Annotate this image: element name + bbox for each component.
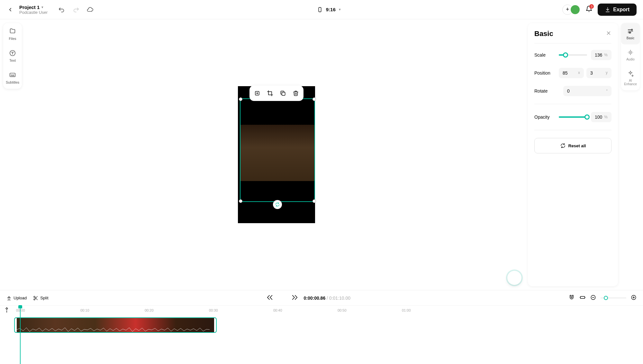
opacity-slider[interactable]: [559, 116, 587, 118]
chevron-down-icon[interactable]: ▾: [339, 7, 341, 12]
svg-rect-10: [580, 296, 584, 298]
panel-title: Basic: [534, 30, 553, 38]
scale-slider[interactable]: [559, 54, 587, 56]
waveform: [17, 327, 210, 332]
resize-handle-br[interactable]: [312, 199, 316, 203]
resize-handle-bl[interactable]: [239, 199, 242, 203]
timeline-ruler[interactable]: 00:00 00:10 00:20 00:30 00:40 00:50 01:0…: [0, 306, 643, 315]
play-button[interactable]: [278, 294, 286, 303]
fit-timeline-button[interactable]: [579, 294, 586, 302]
svg-rect-0: [319, 7, 321, 12]
aspect-icon: [317, 6, 323, 13]
svg-rect-5: [282, 92, 285, 96]
project-title: Project 1: [19, 5, 40, 10]
audio-tool[interactable]: Audio: [621, 44, 640, 66]
user-avatar[interactable]: [570, 5, 580, 15]
position-label: Position: [534, 70, 555, 76]
reset-all-button[interactable]: Reset all: [534, 138, 611, 153]
forward-button[interactable]: [291, 294, 298, 302]
text-tab[interactable]: Text: [3, 45, 22, 67]
scale-label: Scale: [534, 52, 555, 58]
cloud-button[interactable]: [85, 5, 95, 15]
svg-rect-3: [255, 91, 259, 95]
ai-fab-button[interactable]: [507, 271, 521, 285]
clip-handle-right[interactable]: [214, 318, 216, 332]
selection-frame[interactable]: [240, 98, 315, 202]
zoom-in-button[interactable]: [631, 295, 637, 302]
opacity-value[interactable]: 100%: [591, 112, 611, 122]
duplicate-button[interactable]: [277, 87, 289, 99]
export-button[interactable]: Export: [598, 4, 637, 16]
video-canvas[interactable]: [238, 86, 315, 223]
rotate-handle[interactable]: [273, 200, 282, 209]
split-button[interactable]: Split: [33, 296, 48, 301]
keyframe-button[interactable]: [4, 307, 10, 314]
subtitles-tab[interactable]: Subtitles: [3, 67, 22, 89]
undo-button[interactable]: [57, 5, 67, 15]
aspect-ratio[interactable]: 9:16: [326, 7, 336, 12]
basic-tool[interactable]: Basic: [621, 23, 640, 44]
svg-rect-2: [10, 73, 15, 77]
delete-button[interactable]: [290, 87, 302, 99]
timecode: 0:00:00.86 / 0:01:10.00: [303, 296, 350, 301]
rotate-input[interactable]: 0°: [563, 86, 611, 96]
chevron-down-icon[interactable]: ▾: [41, 5, 43, 9]
position-x-input[interactable]: 85x: [559, 68, 584, 78]
playhead[interactable]: [20, 306, 21, 364]
position-y-input[interactable]: 3y: [586, 68, 611, 78]
notification-button[interactable]: 3: [585, 5, 593, 14]
redo-button[interactable]: [71, 5, 81, 15]
svg-point-6: [631, 29, 633, 31]
resize-handle-tl[interactable]: [239, 97, 242, 101]
opacity-label: Opacity: [534, 114, 555, 120]
zoom-out-button[interactable]: [590, 295, 596, 302]
fit-button[interactable]: [251, 87, 263, 99]
rotate-label: Rotate: [534, 88, 555, 94]
close-panel-button[interactable]: [606, 30, 611, 37]
video-clip[interactable]: [14, 317, 217, 333]
files-tab[interactable]: Files: [3, 23, 22, 45]
svg-point-4: [257, 93, 258, 94]
crop-button[interactable]: [264, 87, 276, 99]
notification-badge: 3: [589, 4, 594, 9]
project-user: Podcastle User: [19, 10, 48, 15]
rewind-button[interactable]: [266, 294, 273, 302]
properties-panel: Basic Scale 136% Position 85x 3y Rotate …: [528, 23, 618, 286]
magnet-button[interactable]: [568, 294, 575, 302]
scale-value[interactable]: 136%: [591, 50, 611, 60]
ai-enhance-tool[interactable]: AI Enhance: [621, 66, 640, 90]
upload-button[interactable]: Upload: [6, 296, 27, 301]
back-button[interactable]: [6, 6, 14, 14]
resize-handle-tr[interactable]: [312, 97, 316, 101]
zoom-slider[interactable]: [601, 297, 626, 298]
video-content: [240, 125, 314, 181]
